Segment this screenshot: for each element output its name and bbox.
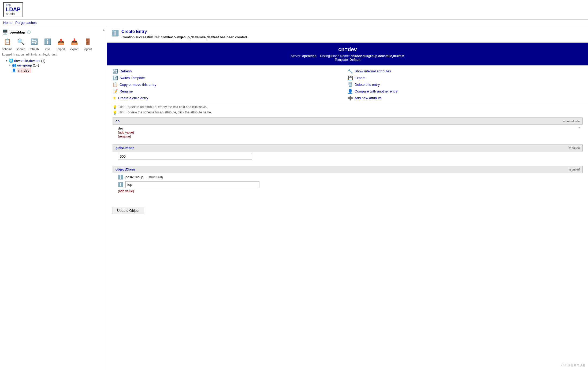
attr-add-value-cn[interactable]: (add value) <box>118 131 134 134</box>
delete-icon: 🗑️ <box>348 82 353 87</box>
info-label: info <box>45 47 50 51</box>
attr-text-posixgroup: posixGroup <box>125 175 143 179</box>
create-entry-info-icon: ℹ️ <box>111 30 119 37</box>
navbar: Home | Purge caches <box>0 20 588 26</box>
rename-link[interactable]: Rename <box>120 89 133 93</box>
home-link[interactable]: Home <box>3 21 13 25</box>
tree-link-ou-group[interactable]: ou=group <box>17 63 32 67</box>
tree-link-root[interactable]: dc=smile,dc=test <box>14 59 40 63</box>
info-desc-suffix: has been created. <box>220 35 248 39</box>
copy-move-link[interactable]: Copy or move this entry <box>120 83 156 87</box>
attributes-section: cn required, rdn dev * (add value) (rena… <box>107 117 588 204</box>
attr-values-objectclass: ℹ️ posixGroup (structural) ℹ️ (add value… <box>113 173 583 195</box>
tree-item-ou-group[interactable]: ▼ 👥 ou=group (1+) <box>9 63 105 68</box>
attr-info-icon-posixgroup[interactable]: ℹ️ <box>118 175 123 180</box>
server-label: 🖥️ openldap 🕐 <box>2 29 103 35</box>
info-desc-prefix: Creation successful! DN: <box>121 35 161 39</box>
search-button[interactable]: 🔍 search <box>16 37 26 51</box>
logout-button[interactable]: 🚪 logout <box>83 37 93 51</box>
attr-values-gidnumber <box>113 151 583 161</box>
add-attr-link[interactable]: Add new attribute <box>355 96 382 100</box>
info-title: Create Entry <box>121 29 248 34</box>
logo: php LDAP admin <box>3 2 23 17</box>
tree-item-root[interactable]: ▼ 🌐 dc=smile,dc=test (1) <box>5 58 105 63</box>
attr-links-cn: (add value) (rename) <box>118 130 580 138</box>
export-action-link[interactable]: Export <box>355 76 365 80</box>
attr-input-objectclass-top[interactable] <box>125 181 259 188</box>
tree-ou-icon: 👥 <box>12 63 16 67</box>
tree-item-cn-dev[interactable]: 👤 cn=dev <box>12 68 105 73</box>
logo-box: php LDAP admin <box>3 2 23 17</box>
attr-required-cn: required, rdn <box>563 120 580 123</box>
logo-ldap: LDAP <box>6 7 20 12</box>
attr-links-objectclass: (add value) <box>118 189 580 193</box>
attr-values-cn: dev * (add value) (rename) <box>113 125 583 140</box>
export-button[interactable]: 📥 export <box>69 37 80 51</box>
entry-header: cn=dev Server: openldap Distinguished Na… <box>107 43 588 65</box>
attr-rename-cn[interactable]: (rename) <box>118 135 131 138</box>
tree-arrow-root: ▼ <box>5 59 8 62</box>
update-object-button[interactable]: Update Object <box>113 207 144 214</box>
export-action[interactable]: 💾 Export <box>348 75 583 80</box>
hints-row: 💡 Hint: To delete an attribute, empty th… <box>107 104 588 117</box>
main-layout: + 🖥️ openldap 🕐 📋 schema 🔍 search 🔄 refr… <box>0 26 588 370</box>
import-label: import <box>57 47 65 51</box>
hint-1: 💡 Hint: To delete an attribute, empty th… <box>113 105 583 109</box>
tree: ▼ 🌐 dc=smile,dc=test (1) ▼ 👥 ou=group (1… <box>2 58 105 73</box>
export-action-icon: 💾 <box>348 75 353 80</box>
attr-objectclass-top-row: ℹ️ <box>118 181 580 188</box>
hint-2-icon: 💡 <box>113 110 117 115</box>
info-button[interactable]: ℹ️ info <box>43 37 53 51</box>
attr-info-icon-top[interactable]: ℹ️ <box>118 182 123 187</box>
attr-name-gidnumber[interactable]: gidNumber <box>116 146 134 150</box>
export-label: export <box>70 47 79 51</box>
entry-dn-value: cn=dev,ou=group,dc=smile,dc=test <box>351 54 404 58</box>
switch-template-link[interactable]: Switch Template <box>120 76 145 80</box>
refresh-action[interactable]: 🔄 Refresh <box>113 69 348 74</box>
attr-value-cn-left: dev <box>115 126 124 130</box>
delete-action[interactable]: 🗑️ Delete this entry <box>348 82 583 87</box>
entry-title: cn=dev <box>113 46 583 53</box>
refresh-button[interactable]: 🔄 refresh <box>29 37 39 51</box>
purge-caches-link[interactable]: Purge caches <box>15 21 37 25</box>
attr-required-gidnumber: required <box>569 146 580 150</box>
switch-template-action[interactable]: 🔃 Switch Template <box>113 75 348 80</box>
export-icon: 📥 <box>69 37 80 47</box>
sidebar: + 🖥️ openldap 🕐 📋 schema 🔍 search 🔄 refr… <box>0 26 107 370</box>
schema-icon: 📋 <box>2 37 12 47</box>
create-child-icon: ★ <box>113 95 116 101</box>
create-child-link[interactable]: Create a child entry <box>118 96 148 100</box>
import-button[interactable]: 📤 import <box>56 37 66 51</box>
delete-link[interactable]: Delete this entry <box>355 83 380 87</box>
refresh-action-link[interactable]: Refresh <box>120 69 132 73</box>
tree-count-ou-group: (1+) <box>33 63 39 67</box>
sidebar-toggle[interactable]: + <box>103 28 105 32</box>
schema-button[interactable]: 📋 schema <box>2 37 13 51</box>
refresh-icon: 🔄 <box>29 37 39 47</box>
attr-objectclass-posixgroup-row: ℹ️ posixGroup (structural) <box>118 175 580 180</box>
compare-icon: 👤 <box>348 89 353 94</box>
compare-action[interactable]: 👤 Compare with another entry <box>348 89 583 94</box>
attr-name-cn[interactable]: cn <box>116 119 120 123</box>
attr-row-objectclass: objectClass required ℹ️ posixGroup (stru… <box>113 166 583 195</box>
rename-icon: 📝 <box>113 89 118 94</box>
copy-move-action[interactable]: 📋 Copy or move this entry <box>113 82 348 87</box>
show-internal-icon: 🔧 <box>348 69 353 74</box>
show-internal-link[interactable]: Show internal attributes <box>355 69 391 73</box>
attr-input-gidnumber[interactable] <box>118 153 252 160</box>
search-label: search <box>16 47 25 51</box>
add-attr-action[interactable]: ➕ Add new attribute <box>348 95 583 101</box>
attr-row-cn: cn required, rdn dev * (add value) (rena… <box>113 117 583 140</box>
create-child-action[interactable]: ★ Create a child entry <box>113 95 348 101</box>
attr-row-gidnumber: gidNumber required <box>113 144 583 161</box>
info-box-text: Create Entry Creation successful! DN: cn… <box>121 29 248 39</box>
compare-link[interactable]: Compare with another entry <box>355 89 397 93</box>
add-attr-icon: ➕ <box>348 95 353 101</box>
attr-add-value-objectclass[interactable]: (add value) <box>118 189 134 193</box>
rename-action[interactable]: 📝 Rename <box>113 89 348 94</box>
entry-server-name: openldap <box>302 54 316 58</box>
hint-1-icon: 💡 <box>113 105 117 109</box>
hint-1-text: Hint: To delete an attribute, empty the … <box>119 105 207 109</box>
attr-name-objectclass[interactable]: objectClass <box>116 167 135 171</box>
show-internal-action[interactable]: 🔧 Show internal attributes <box>348 69 583 74</box>
